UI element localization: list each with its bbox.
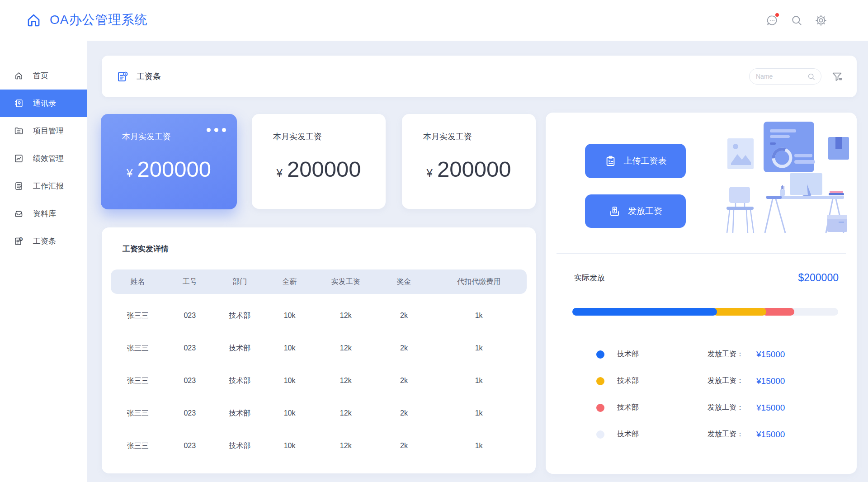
progress-segment-blue <box>572 308 717 316</box>
sidebar-item-contacts[interactable]: 通讯录 <box>0 90 87 117</box>
cell-bonus: 2k <box>377 344 431 352</box>
legend-value: ¥15000 <box>756 376 785 386</box>
sidebar-item-label: 绩效管理 <box>33 153 64 164</box>
search-icon[interactable] <box>790 14 803 27</box>
card-amount: ¥ 200000 <box>101 156 237 182</box>
cell-deduction: 1k <box>431 409 527 417</box>
office-illustration <box>722 118 851 235</box>
table-row: 张三三 023 技术部 10k 12k 2k 1k <box>111 299 527 332</box>
currency-symbol: ¥ <box>427 167 433 180</box>
actual-payout-row: 实际发放 $200000 <box>574 272 839 284</box>
cell-paid-salary: 12k <box>315 442 377 450</box>
department-legend: 技术部 发放工资： ¥15000 技术部 发放工资： ¥15000 技术部 发放… <box>546 341 857 448</box>
messages-icon[interactable] <box>766 14 778 27</box>
legend-dept: 技术部 <box>617 403 708 412</box>
table-title: 工资实发详情 <box>123 244 169 254</box>
payout-panel: ¥ 上传工资表 发放工资 <box>546 113 857 474</box>
card-menu-dots[interactable] <box>207 128 226 132</box>
cell-id: 023 <box>165 442 215 450</box>
cell-dept: 技术部 <box>215 344 264 353</box>
sidebar: 首页 通讯录 项目管理 绩效管理 工作汇报 <box>0 41 87 482</box>
cell-name: 张三三 <box>111 409 165 418</box>
legend-dot <box>596 430 604 439</box>
brand: OA办公管理系统 <box>25 11 147 28</box>
cell-deduction: 1k <box>431 344 527 352</box>
cell-name: 张三三 <box>111 441 165 451</box>
svg-text:¥: ¥ <box>608 159 610 163</box>
table-row: 张三三 023 技术部 10k 12k 2k 1k <box>111 430 527 462</box>
cell-id: 023 <box>165 377 215 385</box>
legend-row: 技术部 发放工资： ¥15000 <box>546 421 857 448</box>
legend-dept: 技术部 <box>617 430 708 439</box>
button-label: 上传工资表 <box>624 155 667 167</box>
column-header: 全薪 <box>264 277 314 287</box>
actual-payout-label: 实际发放 <box>574 273 605 283</box>
filter-icon[interactable] <box>831 71 843 83</box>
legend-caption: 发放工资： <box>708 376 756 386</box>
sidebar-item-home[interactable]: 首页 <box>0 62 87 90</box>
sidebar-item-label: 首页 <box>33 71 48 81</box>
cell-deduction: 1k <box>431 377 527 385</box>
sidebar-item-label: 工资条 <box>33 236 56 246</box>
cell-bonus: 2k <box>377 312 431 320</box>
table-body: 张三三 023 技术部 10k 12k 2k 1k 张三三 023 技术部 10… <box>111 299 527 462</box>
performance-icon <box>14 154 24 163</box>
cell-deduction: 1k <box>431 442 527 450</box>
cell-bonus: 2k <box>377 442 431 450</box>
name-search-input[interactable] <box>755 72 803 80</box>
sidebar-item-performance[interactable]: 绩效管理 <box>0 145 87 172</box>
report-icon <box>14 181 24 191</box>
card-title: 本月实发工资 <box>122 131 171 142</box>
legend-row: 技术部 发放工资： ¥15000 <box>546 341 857 368</box>
cell-full-salary: 10k <box>264 377 314 385</box>
salary-summary-card-2: 本月实发工资 ¥ 200000 <box>252 114 386 209</box>
cell-paid-salary: 12k <box>315 312 377 320</box>
cell-id: 023 <box>165 409 215 417</box>
sidebar-item-report[interactable]: 工作汇报 <box>0 172 87 200</box>
column-header: 工号 <box>165 277 215 287</box>
progress-segment-yellow <box>713 308 766 316</box>
cell-id: 023 <box>165 344 215 352</box>
sidebar-item-projects[interactable]: 项目管理 <box>0 117 87 145</box>
amount-value: 200000 <box>437 156 511 182</box>
cell-bonus: 2k <box>377 377 431 385</box>
legend-caption: 发放工资： <box>708 403 756 412</box>
home-logo-icon <box>25 12 42 28</box>
amount-value: 200000 <box>287 156 361 182</box>
sidebar-item-library[interactable]: 资料库 <box>0 200 87 227</box>
cell-deduction: 1k <box>431 312 527 320</box>
page-title: 工资条 <box>137 71 161 82</box>
salary-detail-card: 工资实发详情 姓名 工号 部门 全薪 实发工资 奖金 代扣代缴费用 张三三 02… <box>102 227 536 473</box>
name-search-box <box>749 68 821 85</box>
search-icon[interactable] <box>807 72 816 81</box>
cell-full-salary: 10k <box>264 442 314 450</box>
sidebar-item-payslip[interactable]: ¥ 工资条 <box>0 227 87 255</box>
progress-segment-red <box>762 308 794 316</box>
card-title: 本月实发工资 <box>273 131 322 142</box>
cell-dept: 技术部 <box>215 376 264 386</box>
column-header: 奖金 <box>377 277 431 287</box>
table-header-row: 姓名 工号 部门 全薪 实发工资 奖金 代扣代缴费用 <box>111 269 527 294</box>
card-amount: ¥ 200000 <box>402 156 536 182</box>
sidebar-item-label: 资料库 <box>33 208 56 219</box>
legend-dot <box>596 350 604 359</box>
cell-paid-salary: 12k <box>315 377 377 385</box>
pay-salary-button[interactable]: 发放工资 <box>585 194 686 228</box>
cell-full-salary: 10k <box>264 409 314 417</box>
upload-payroll-button[interactable]: ¥ 上传工资表 <box>585 144 686 178</box>
legend-caption: 发放工资： <box>708 350 756 359</box>
legend-dot <box>596 404 604 412</box>
settings-gear-icon[interactable] <box>815 14 827 27</box>
home-icon <box>14 71 24 80</box>
column-header: 姓名 <box>111 277 165 287</box>
legend-value: ¥15000 <box>756 430 785 439</box>
column-header: 实发工资 <box>315 277 377 287</box>
amount-value: 200000 <box>137 156 211 182</box>
payout-progress <box>572 308 838 316</box>
app-header: OA办公管理系统 <box>0 0 868 41</box>
currency-symbol: ¥ <box>277 167 283 180</box>
projects-icon <box>14 126 24 136</box>
table-row: 张三三 023 技术部 10k 12k 2k 1k <box>111 364 527 397</box>
header-actions <box>766 14 827 27</box>
legend-dot <box>596 377 604 385</box>
